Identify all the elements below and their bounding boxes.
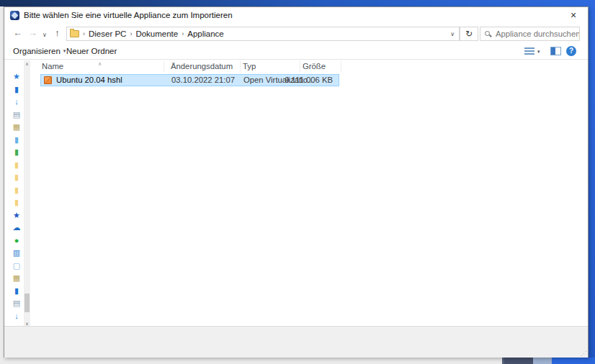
- chevron-down-icon: ▾: [63, 48, 66, 53]
- sort-ascending-icon: ∧: [98, 58, 102, 70]
- new-folder-button[interactable]: Neuer Ordner: [66, 43, 117, 59]
- dialog-footer: Dateiname: ∨ Open Virtualization Format …: [4, 326, 588, 358]
- pictures-icon[interactable]: ▦: [13, 122, 20, 132]
- view-mode-chevron-icon[interactable]: ▾: [537, 47, 540, 55]
- background-bottom-left: [0, 358, 502, 364]
- up-icon[interactable]: ↑: [50, 26, 64, 40]
- title-bar[interactable]: Bitte wählen Sie eine virtuelle Applianc…: [4, 7, 588, 24]
- sidebar-scrollbar-thumb[interactable]: [24, 294, 30, 312]
- ova-file-icon: [44, 76, 52, 84]
- cloud-folder-icon[interactable]: ▮: [14, 135, 19, 145]
- resize-grip[interactable]: ⋰: [581, 351, 586, 357]
- command-bar: Organisieren▾ Neuer Ordner ▾ ?: [4, 43, 588, 60]
- dialog-title: Bitte wählen Sie eine virtuelle Applianc…: [24, 7, 233, 24]
- desktop-icon[interactable]: ▮: [14, 85, 19, 94]
- folder-4-icon[interactable]: ▮: [14, 198, 19, 207]
- breadcrumb-documents[interactable]: Dokumente: [135, 29, 178, 38]
- forward-icon: →: [26, 26, 40, 40]
- folder-icon: [70, 30, 79, 37]
- column-divider[interactable]: [240, 61, 241, 72]
- help-icon[interactable]: ?: [566, 46, 576, 56]
- background-bottom-light: [533, 358, 552, 364]
- address-bar[interactable]: › Dieser PC › Dokumente › Appliance ∨: [66, 27, 460, 41]
- synced-folder-icon[interactable]: ▮: [14, 147, 19, 157]
- search-box[interactable]: [480, 27, 580, 41]
- this-pc-icon[interactable]: ▥: [13, 248, 20, 258]
- column-header-size[interactable]: Größe: [303, 60, 326, 73]
- search-input[interactable]: [496, 29, 579, 38]
- background-bottom-mid: [504, 358, 533, 364]
- scroll-up-icon[interactable]: ∧: [23, 60, 31, 68]
- folder-2-icon[interactable]: ▮: [14, 173, 19, 182]
- preview-pane-icon[interactable]: [550, 47, 561, 55]
- back-icon[interactable]: ←: [11, 26, 24, 40]
- breadcrumb-separator: ›: [130, 30, 132, 37]
- downloads-icon[interactable]: ↓: [14, 97, 19, 106]
- pictures-2-icon[interactable]: ▦: [13, 273, 20, 283]
- sidebar-icons: ★▮↓▤▦▮▮▮▮▮▮★☁●▥▢▦▮▤↓: [9, 72, 24, 321]
- 3d-objects-icon[interactable]: ▢: [13, 261, 20, 270]
- folder-1-icon[interactable]: ▮: [14, 160, 19, 170]
- column-header-type[interactable]: Typ: [243, 60, 256, 73]
- column-header-name[interactable]: Name: [42, 60, 63, 73]
- background-top-strip: [0, 0, 595, 6]
- refresh-icon[interactable]: ↻: [460, 27, 478, 41]
- file-modified-date: 03.10.2022 21:07: [171, 75, 235, 86]
- breadcrumb-this-pc[interactable]: Dieser PC: [89, 29, 126, 38]
- file-open-dialog: Bitte wählen Sie eine virtuelle Applianc…: [4, 6, 589, 358]
- file-size: 9.111.006 KB: [285, 75, 333, 86]
- history-chevron-icon[interactable]: ∨: [40, 28, 49, 42]
- downloads-2-icon[interactable]: ↓: [14, 311, 19, 321]
- dropbox-icon[interactable]: ★: [13, 211, 20, 220]
- address-dropdown-icon[interactable]: ∨: [450, 31, 455, 37]
- column-divider[interactable]: [300, 61, 300, 72]
- screen: Bitte wählen Sie eine virtuelle Applianc…: [0, 0, 595, 364]
- virtualbox-icon: [10, 11, 19, 20]
- documents-2-icon[interactable]: ▤: [13, 299, 20, 308]
- folder-3-icon[interactable]: ▮: [14, 186, 19, 195]
- close-icon[interactable]: ×: [562, 8, 585, 23]
- breadcrumb-separator: ›: [182, 30, 184, 37]
- breadcrumb-appliance[interactable]: Appliance: [187, 29, 224, 38]
- file-name: Ubuntu 20.04 hshl: [56, 75, 122, 86]
- column-header-modified[interactable]: Änderungsdatum: [171, 60, 233, 73]
- file-row-selected[interactable]: Ubuntu 20.04 hshl 03.10.2022 21:07 Open …: [40, 74, 339, 86]
- search-icon: [485, 31, 491, 37]
- background-bottom-right: [552, 358, 595, 364]
- quick-access-icon[interactable]: ★: [13, 72, 20, 81]
- desktop-2-icon[interactable]: ▮: [14, 286, 19, 296]
- breadcrumb-separator: ›: [83, 30, 85, 37]
- column-divider[interactable]: [164, 61, 164, 72]
- organize-button[interactable]: Organisieren▾: [13, 43, 66, 59]
- onedrive-icon[interactable]: ☁: [13, 223, 21, 232]
- column-divider[interactable]: [341, 61, 341, 72]
- background-right-strip: [589, 0, 595, 364]
- whatsapp-icon[interactable]: ●: [14, 236, 19, 245]
- view-mode-icon[interactable]: [524, 47, 534, 55]
- sidebar-scrollbar[interactable]: [24, 60, 30, 327]
- documents-icon[interactable]: ▤: [13, 110, 20, 119]
